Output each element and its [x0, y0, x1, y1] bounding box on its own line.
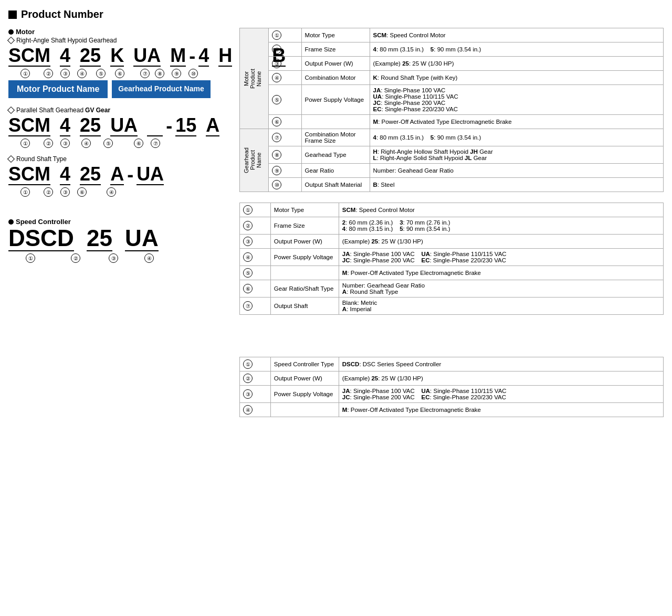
table-row: ③ Output Power (W) (Example) 25: 25 W (1…	[240, 235, 664, 249]
page-title: Product Number	[21, 8, 103, 20]
seg-scm-1: SCM	[8, 46, 50, 67]
right-column: MotorProductName ① Motor Type SCM: Speed…	[239, 28, 664, 428]
table-row: ② Frame Size 4: 80 mm (3.15 in.) 5: 90 m…	[240, 43, 664, 57]
table-row: MotorProductName ① Motor Type SCM: Speed…	[240, 28, 664, 43]
motor-product-name-box: Motor Product Name	[8, 80, 108, 98]
page-container: Product Number Motor Right-Angle Shaft H…	[8, 8, 664, 428]
product-num-2: SCM 4 25 UA - 15 A	[8, 116, 229, 148]
diamond-icon-3	[7, 155, 15, 163]
table-row: ③ Output Power (W) (Example) 25: 25 W (1…	[240, 57, 664, 71]
table-row: ⑦ Output Shaft Blank: Metric A: Imperial	[240, 298, 664, 315]
product-num-1: SCM 4 25 K	[8, 46, 229, 78]
table-row: ③ Power Supply Voltage JA: Single-Phase …	[240, 386, 664, 403]
table-row: ⑩ Output Shaft Material B: Steel	[240, 178, 664, 192]
table-row: ⑥ M: Power-Off Activated Type Electromag…	[240, 115, 664, 129]
table-row: ⑥ Gear Ratio/Shaft Type Number: Gearhead…	[240, 280, 664, 298]
parallel-shaft-section: Parallel Shaft Gearhead GV Gear SCM 4 25…	[8, 107, 229, 148]
right-angle-label: Right-Angle Shaft Hypoid Gearhead	[8, 37, 229, 44]
table-row: ⑧ Gearhead Type H: Right-Angle Hollow Sh…	[240, 146, 664, 164]
table-row: ⑤ Power Supply Voltage JA: Single-Phase …	[240, 85, 664, 115]
gearhead-product-name-box: Gearhead Product Name	[112, 80, 210, 98]
spec-table-1: MotorProductName ① Motor Type SCM: Speed…	[239, 28, 664, 192]
black-square-icon	[8, 10, 17, 19]
seg-ua-1: UA	[133, 46, 161, 67]
bullet-dot-motor	[8, 29, 14, 35]
table-row: ② Output Power (W) (Example) 25: 25 W (1…	[240, 371, 664, 386]
table-row: ② Frame Size 2: 60 mm (2.36 in.) 3: 70 m…	[240, 217, 664, 235]
seg-k-1: K	[110, 46, 124, 67]
motor-label: Motor	[8, 28, 229, 36]
table-row: ④ Power Supply Voltage JA: Single-Phase …	[240, 249, 664, 266]
bullet-dot-sc	[8, 219, 14, 225]
table-row: ⑨ Gear Ratio Number: Geahead Gear Ratio	[240, 164, 664, 178]
table-row: ① Motor Type SCM: Speed Control Motor	[240, 203, 664, 217]
table-row: GearheadProductName ⑦ Combination Motor …	[240, 129, 664, 146]
seg-4-1: 4	[60, 46, 70, 67]
table-row: ④ Combination Motor K: Round Shaft Type …	[240, 71, 664, 85]
table-row: ⑤ M: Power-Off Activated Type Electromag…	[240, 266, 664, 280]
seg-h-1: H	[218, 46, 232, 67]
seg-4g-1: 4	[198, 46, 209, 67]
diamond-icon-1	[7, 37, 15, 44]
round-shaft-section: Round Shaft Type SCM 4 25 A - UA	[8, 155, 229, 197]
speed-controller-section: Speed Controller DSCD 25 UA ① ②	[8, 218, 229, 263]
dash-1: -	[189, 47, 195, 67]
spec-table-2: ① Motor Type SCM: Speed Control Motor ② …	[239, 203, 664, 315]
left-column: Motor Right-Angle Shaft Hypoid Gearhead …	[8, 28, 229, 265]
table-row: ④ M: Power-Off Activated Type Electromag…	[240, 403, 664, 417]
product-num-3: SCM 4 25 A - UA ① ② ③ ⑥	[8, 165, 229, 197]
table-row: ① Speed Controller Type DSCD: DSC Series…	[240, 357, 664, 371]
product-num-dscd: DSCD 25 UA ① ② ③ ④	[8, 227, 229, 263]
seg-m-1: M	[170, 46, 186, 67]
label-boxes: Motor Product Name Gearhead Product Name	[8, 80, 229, 98]
seg-25-1: 25	[80, 46, 101, 67]
diamond-icon-2	[7, 107, 15, 114]
spec-table-3: ① Speed Controller Type DSCD: DSC Series…	[239, 357, 664, 417]
